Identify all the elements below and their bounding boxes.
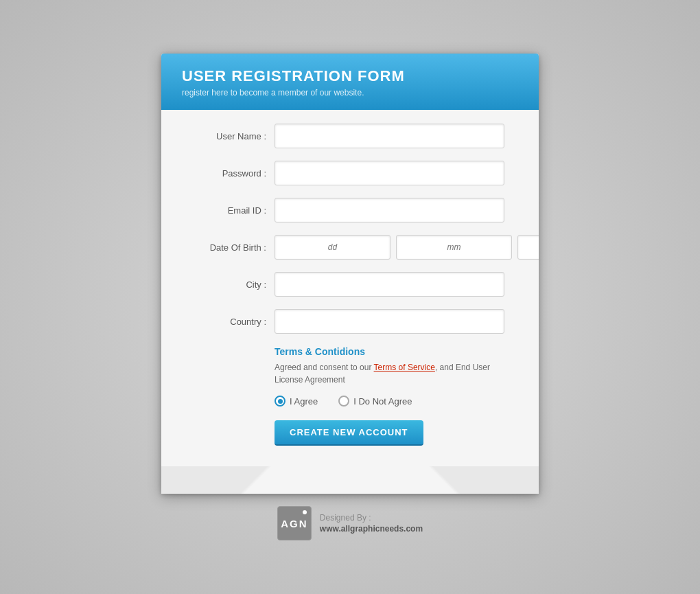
city-row: City : bbox=[196, 272, 504, 297]
country-input[interactable] bbox=[275, 309, 504, 334]
agn-logo: AGN bbox=[277, 506, 312, 540]
agn-logo-dot bbox=[303, 510, 307, 514]
footer-url: www.allgraphicneeds.com bbox=[320, 524, 423, 534]
agn-logo-text: AGN bbox=[281, 518, 307, 529]
password-row: Password : bbox=[196, 161, 504, 185]
agree-radio[interactable] bbox=[275, 396, 285, 407]
disagree-label: I Do Not Agree bbox=[353, 396, 412, 407]
password-input[interactable] bbox=[275, 161, 504, 185]
terms-link[interactable]: Terms of Service bbox=[374, 363, 435, 372]
email-input[interactable] bbox=[275, 198, 504, 222]
footer-designed-by: Designed By : bbox=[320, 513, 423, 523]
disagree-radio[interactable] bbox=[338, 396, 349, 407]
footer-text: Designed By : www.allgraphicneeds.com bbox=[320, 513, 423, 534]
disagree-option[interactable]: I Do Not Agree bbox=[338, 396, 412, 407]
dob-row: Date Of Birth : bbox=[196, 235, 504, 260]
form-subtitle: register here to become a member of our … bbox=[182, 88, 518, 98]
radio-section: I Agree I Do Not Agree bbox=[275, 396, 504, 407]
dob-mm-input[interactable] bbox=[396, 235, 512, 260]
form-card: USER REGISTRATION FORM register here to … bbox=[161, 54, 539, 494]
submit-section: CREATE NEW ACCOUNT bbox=[275, 420, 504, 446]
form-header: USER REGISTRATION FORM register here to … bbox=[161, 54, 539, 110]
agree-option[interactable]: I Agree bbox=[275, 396, 318, 407]
terms-title: Terms & Contidions bbox=[275, 346, 504, 357]
username-input[interactable] bbox=[275, 124, 504, 148]
terms-section: Terms & Contidions Agreed and consent to… bbox=[275, 346, 504, 386]
agree-label: I Agree bbox=[290, 396, 318, 407]
email-row: Email ID : bbox=[196, 198, 504, 222]
dob-yy-input[interactable] bbox=[517, 235, 539, 260]
form-body: User Name : Password : Email ID : Date O… bbox=[161, 110, 539, 466]
city-label: City : bbox=[196, 279, 275, 290]
submit-button[interactable]: CREATE NEW ACCOUNT bbox=[275, 420, 423, 446]
terms-text-before: Agreed and consent to our bbox=[275, 363, 374, 372]
username-row: User Name : bbox=[196, 124, 504, 148]
footer-section: AGN Designed By : www.allgraphicneeds.co… bbox=[277, 506, 423, 540]
country-row: Country : bbox=[196, 309, 504, 334]
password-label: Password : bbox=[196, 168, 275, 179]
page-container: USER REGISTRATION FORM register here to … bbox=[161, 54, 539, 540]
terms-text: Agreed and consent to our Terms of Servi… bbox=[275, 361, 504, 386]
dob-container bbox=[275, 235, 539, 260]
dob-dd-input[interactable] bbox=[275, 235, 390, 260]
form-title: USER REGISTRATION FORM bbox=[182, 67, 518, 85]
email-label: Email ID : bbox=[196, 205, 275, 216]
username-label: User Name : bbox=[196, 131, 275, 141]
country-label: Country : bbox=[196, 317, 275, 327]
city-input[interactable] bbox=[275, 272, 504, 297]
dob-label: Date Of Birth : bbox=[196, 242, 275, 253]
